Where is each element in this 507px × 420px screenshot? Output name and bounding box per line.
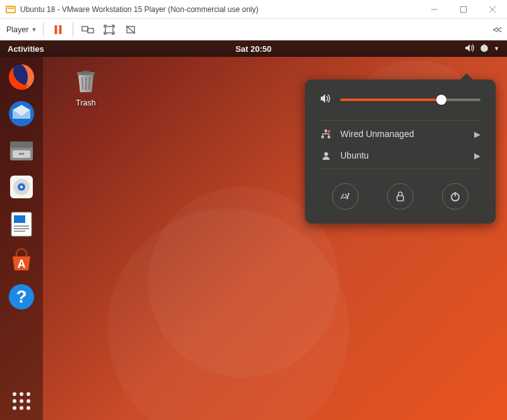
network-label: Wired Unmanaged: [340, 129, 465, 139]
user-label: Ubuntu: [340, 150, 465, 160]
clock[interactable]: Sat 20:50: [236, 44, 271, 54]
firefox-launcher[interactable]: [6, 62, 37, 92]
svg-point-44: [324, 152, 328, 156]
ethernet-disconnected-icon: [320, 129, 331, 139]
chevron-down-icon: ▼: [31, 27, 37, 33]
svg-line-13: [126, 26, 135, 33]
menu-divider: [320, 120, 480, 121]
unity-mode-button[interactable]: [122, 21, 139, 38]
svg-rect-11: [105, 27, 113, 33]
svg-line-35: [82, 77, 83, 90]
power-button[interactable]: [442, 183, 468, 210]
svg-rect-2: [8, 8, 14, 9]
svg-rect-27: [14, 215, 25, 223]
minimize-button[interactable]: [420, 0, 449, 19]
trash-desktop-icon[interactable]: Trash: [63, 66, 109, 107]
network-menu-item[interactable]: Wired Unmanaged ▶: [305, 123, 496, 145]
host-window-controls: [420, 0, 507, 19]
gnome-top-bar: Activities Sat 20:50 ▼: [0, 40, 507, 57]
close-button[interactable]: [478, 0, 507, 19]
lock-button[interactable]: [387, 183, 414, 210]
show-applications-button[interactable]: [11, 391, 32, 411]
volume-icon: [465, 44, 475, 54]
svg-rect-7: [55, 25, 57, 34]
thunderbird-launcher[interactable]: [6, 99, 37, 129]
svg-point-25: [20, 186, 23, 188]
toolbar-separator: [73, 23, 73, 37]
svg-point-45: [347, 193, 349, 195]
volume-icon: [320, 93, 331, 106]
host-window-title: Ubuntu 18 - VMware Workstation 15 Player…: [20, 5, 420, 14]
trash-icon: [71, 66, 101, 96]
player-menu-label: Player: [6, 25, 28, 34]
svg-rect-40: [328, 136, 330, 138]
svg-rect-21: [19, 153, 24, 155]
svg-rect-39: [321, 136, 324, 138]
chevron-right-icon: ▶: [474, 151, 480, 160]
chevron-right-icon: ▶: [474, 129, 480, 139]
volume-slider[interactable]: [340, 99, 480, 101]
activities-button[interactable]: Activities: [8, 44, 44, 54]
player-menu-button[interactable]: Player ▼: [6, 25, 37, 34]
svg-line-37: [89, 77, 90, 90]
system-tray[interactable]: ▼: [465, 44, 499, 54]
svg-rect-46: [397, 196, 403, 201]
trash-label: Trash: [63, 99, 109, 107]
maximize-button[interactable]: [449, 0, 478, 19]
chevron-down-icon: ▼: [494, 45, 499, 52]
toolbar-separator: [43, 23, 44, 37]
svg-rect-4: [461, 6, 467, 12]
system-menu-popover: Wired Unmanaged ▶ Ubuntu ▶: [305, 80, 496, 224]
user-icon: [320, 151, 331, 160]
vmware-toolbar: Player ▼ <<: [0, 19, 507, 40]
ubuntu-software-launcher[interactable]: A: [6, 245, 37, 275]
dock: A ?: [0, 57, 43, 420]
power-icon: [480, 44, 489, 54]
volume-slider-fill: [340, 99, 441, 101]
guest-viewport: Activities Sat 20:50 ▼: [0, 40, 507, 420]
svg-text:A: A: [18, 258, 26, 270]
menu-divider: [320, 169, 480, 169]
host-window-titlebar: Ubuntu 18 - VMware Workstation 15 Player…: [0, 0, 507, 19]
collapse-toolbar-button[interactable]: <<: [493, 25, 501, 35]
pause-vm-button[interactable]: [50, 21, 66, 38]
rhythmbox-launcher[interactable]: [6, 172, 37, 202]
send-ctrl-alt-del-button[interactable]: [80, 21, 96, 38]
fullscreen-button[interactable]: [101, 21, 117, 38]
svg-text:?: ?: [16, 287, 27, 306]
help-launcher[interactable]: ?: [6, 282, 37, 312]
svg-rect-10: [88, 28, 93, 33]
user-menu-item[interactable]: Ubuntu ▶: [305, 145, 496, 166]
volume-row: [305, 91, 496, 117]
files-launcher[interactable]: [6, 135, 37, 165]
libreoffice-writer-launcher[interactable]: [6, 208, 37, 239]
svg-rect-19: [10, 141, 33, 148]
action-row: [305, 172, 496, 210]
desktop[interactable]: A ? Trash: [0, 57, 507, 420]
vmware-app-icon: [5, 4, 16, 15]
volume-slider-thumb[interactable]: [436, 95, 446, 105]
settings-button[interactable]: [332, 183, 359, 210]
svg-rect-38: [325, 129, 327, 132]
svg-rect-8: [59, 25, 62, 34]
svg-rect-9: [82, 27, 88, 31]
